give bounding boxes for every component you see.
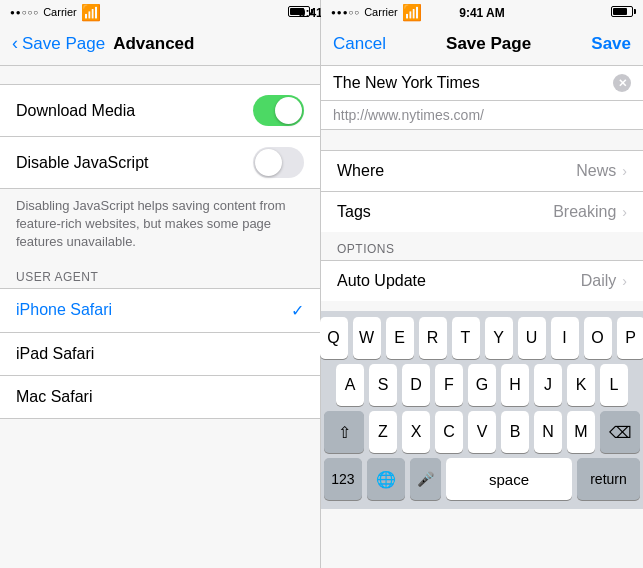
where-label: Where xyxy=(337,162,384,180)
left-panel: ●●○○○ Carrier 📶 9:41 AM ‹ Save Page Adva… xyxy=(0,0,321,568)
key-t[interactable]: T xyxy=(452,317,480,359)
key-j[interactable]: J xyxy=(534,364,562,406)
key-p[interactable]: P xyxy=(617,317,644,359)
battery-icon-right xyxy=(611,3,633,21)
where-value: News xyxy=(576,162,616,180)
user-agent-mac[interactable]: Mac Safari xyxy=(0,376,320,418)
key-o[interactable]: O xyxy=(584,317,612,359)
status-bar-right: ●●●○○ Carrier 📶 9:41 AM xyxy=(321,0,643,22)
nav-bar-right: Cancel Save Page Save xyxy=(321,22,643,66)
download-media-row: Download Media xyxy=(0,84,320,137)
key-z[interactable]: Z xyxy=(369,411,397,453)
key-l[interactable]: L xyxy=(600,364,628,406)
url-row: http://www.nytimes.com/ xyxy=(321,101,643,130)
key-r[interactable]: R xyxy=(419,317,447,359)
key-n[interactable]: N xyxy=(534,411,562,453)
auto-update-chevron-icon: › xyxy=(622,273,627,289)
back-label: Save Page xyxy=(22,34,105,54)
url-value: http://www.nytimes.com/ xyxy=(333,107,484,123)
title-input-row: ✕ xyxy=(321,66,643,101)
user-agent-header: USER AGENT xyxy=(0,264,320,288)
download-media-label: Download Media xyxy=(16,102,135,120)
tags-chevron-icon: › xyxy=(622,204,627,220)
tags-row[interactable]: Tags Breaking › xyxy=(321,191,643,232)
status-bar-left: ●●○○○ Carrier 📶 9:41 AM xyxy=(0,0,320,22)
key-g[interactable]: G xyxy=(468,364,496,406)
key-e[interactable]: E xyxy=(386,317,414,359)
num-key[interactable]: 123 xyxy=(324,458,362,500)
delete-key[interactable]: ⌫ xyxy=(600,411,640,453)
carrier-left: Carrier xyxy=(43,6,77,18)
back-button[interactable]: ‹ Save Page xyxy=(12,33,105,54)
key-d[interactable]: D xyxy=(402,364,430,406)
key-h[interactable]: H xyxy=(501,364,529,406)
user-agent-iphone[interactable]: iPhone Safari ✓ xyxy=(0,289,320,333)
save-button[interactable]: Save xyxy=(591,34,631,54)
mic-key[interactable]: 🎤 xyxy=(410,458,441,500)
where-row[interactable]: Where News › xyxy=(321,150,643,191)
nav-bar-left: ‹ Save Page Advanced xyxy=(0,22,320,66)
tags-label: Tags xyxy=(337,203,371,221)
left-nav-title: Advanced xyxy=(113,34,194,54)
checkmark-icon: ✓ xyxy=(291,301,304,320)
download-media-toggle[interactable] xyxy=(253,95,304,126)
key-b[interactable]: B xyxy=(501,411,529,453)
keyboard-row-3: ⇧ Z X C V B N M ⌫ xyxy=(324,411,640,453)
auto-update-row[interactable]: Auto Update Daily › xyxy=(321,260,643,301)
auto-update-label: Auto Update xyxy=(337,272,426,290)
auto-update-value: Daily xyxy=(581,272,617,290)
keyboard-row-1: Q W E R T Y U I O P xyxy=(324,317,640,359)
keyboard-row-2: A S D F G H J K L xyxy=(324,364,640,406)
key-u[interactable]: U xyxy=(518,317,546,359)
signal-dots-right: ●●●○○ xyxy=(331,8,360,17)
form-rows: Where News › Tags Breaking › xyxy=(321,150,643,232)
shift-key[interactable]: ⇧ xyxy=(324,411,364,453)
key-w[interactable]: W xyxy=(353,317,381,359)
options-header: OPTIONS xyxy=(321,232,643,260)
keyboard: Q W E R T Y U I O P A S D F G H J K L ⇧ … xyxy=(321,311,643,509)
tags-value: Breaking xyxy=(553,203,616,221)
key-f[interactable]: F xyxy=(435,364,463,406)
key-v[interactable]: V xyxy=(468,411,496,453)
key-k[interactable]: K xyxy=(567,364,595,406)
title-input[interactable] xyxy=(333,74,613,92)
key-s[interactable]: S xyxy=(369,364,397,406)
key-c[interactable]: C xyxy=(435,411,463,453)
right-nav-title: Save Page xyxy=(446,34,531,54)
disable-javascript-toggle[interactable] xyxy=(253,147,304,178)
disable-javascript-row: Disable JavaScript xyxy=(0,137,320,189)
right-panel: ●●●○○ Carrier 📶 9:41 AM Cancel Save Page… xyxy=(321,0,643,568)
globe-key[interactable]: 🌐 xyxy=(367,458,405,500)
keyboard-bottom-row: 123 🌐 🎤 space return xyxy=(324,458,640,500)
back-chevron-icon: ‹ xyxy=(12,33,18,54)
wifi-icon-right: 📶 xyxy=(402,3,422,22)
wifi-icon-left: 📶 xyxy=(81,3,101,22)
user-agent-mac-label: Mac Safari xyxy=(16,388,92,406)
key-x[interactable]: X xyxy=(402,411,430,453)
signal-dots-left: ●●○○○ xyxy=(10,8,39,17)
user-agent-ipad-label: iPad Safari xyxy=(16,345,94,363)
carrier-right: Carrier xyxy=(364,6,398,18)
user-agent-list: iPhone Safari ✓ iPad Safari Mac Safari xyxy=(0,288,320,419)
clear-icon: ✕ xyxy=(618,77,627,90)
space-key[interactable]: space xyxy=(446,458,572,500)
key-i[interactable]: I xyxy=(551,317,579,359)
key-q[interactable]: Q xyxy=(320,317,348,359)
javascript-helper-text: Disabling JavaScript helps saving conten… xyxy=(0,189,320,264)
where-chevron-icon: › xyxy=(622,163,627,179)
disable-javascript-label: Disable JavaScript xyxy=(16,154,149,172)
key-m[interactable]: M xyxy=(567,411,595,453)
key-y[interactable]: Y xyxy=(485,317,513,359)
clear-button[interactable]: ✕ xyxy=(613,74,631,92)
time-right: 9:41 AM xyxy=(459,6,505,20)
user-agent-iphone-label: iPhone Safari xyxy=(16,301,112,319)
cancel-button[interactable]: Cancel xyxy=(333,34,386,54)
user-agent-ipad[interactable]: iPad Safari xyxy=(0,333,320,376)
key-a[interactable]: A xyxy=(336,364,364,406)
return-key[interactable]: return xyxy=(577,458,640,500)
